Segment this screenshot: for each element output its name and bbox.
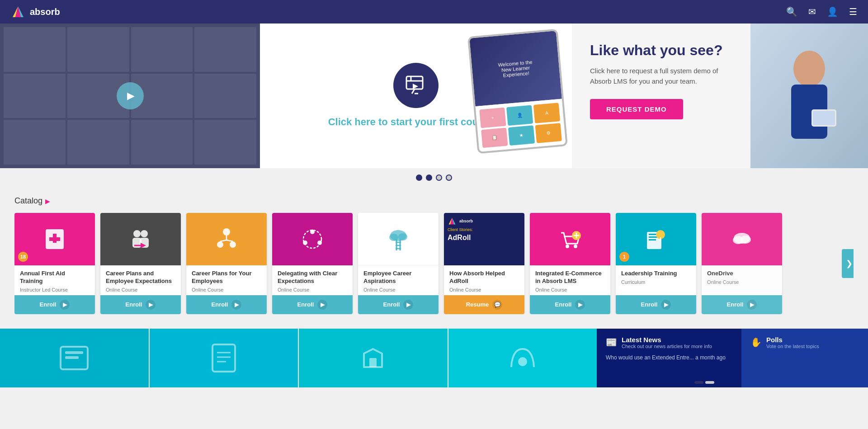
search-icon[interactable]: 🔍 xyxy=(786,6,797,17)
logo[interactable]: absorb xyxy=(11,5,60,19)
bottom-tile-2[interactable] xyxy=(149,329,298,387)
bottom-tile-4[interactable] xyxy=(448,329,597,387)
hero-panel-left[interactable] xyxy=(0,24,260,168)
resume-icon-6: 💬 xyxy=(492,300,502,310)
svg-point-24 xyxy=(217,241,223,248)
card-type-7: Online Course xyxy=(535,287,605,292)
catalog-arrow-icon[interactable]: ▶ xyxy=(45,198,50,205)
enroll-arrow-3: ▶ xyxy=(231,300,241,310)
card-body-1: Annual First Aid Training Instructor Led… xyxy=(14,265,95,295)
card-body-2: Career Plans and Employee Expectations O… xyxy=(100,265,181,295)
tablet-icon-6: ⚙ xyxy=(535,123,562,143)
request-demo-button[interactable]: REQUEST DEMO xyxy=(590,99,683,119)
card-type-2: Online Course xyxy=(106,287,175,292)
catalog-section: Catalog ▶ 18 Annual First Aid Training I… xyxy=(0,187,868,321)
course-card-5: Employee Career Aspirations Online Cours… xyxy=(358,213,439,314)
svg-rect-69 xyxy=(369,358,377,367)
bottom-tile-3[interactable] xyxy=(298,329,448,387)
news-title-text: Latest News xyxy=(622,336,712,344)
dot-1[interactable] xyxy=(416,174,422,181)
svg-point-47 xyxy=(566,245,569,248)
card-title-7: Integrated E-Commerce in Absorb LMS xyxy=(535,270,605,285)
dot-3[interactable] xyxy=(436,174,442,181)
catalog-title-text: Catalog xyxy=(14,196,42,206)
scroll-dot-2[interactable] xyxy=(705,381,714,384)
absorb-mini-logo xyxy=(448,217,457,226)
card-type-5: Online Course xyxy=(363,287,433,292)
card-badge-8: 1 xyxy=(619,252,629,262)
course-card-8: 1 Leadership Training Curriculum Enroll … xyxy=(616,213,696,314)
scroll-dot-1[interactable] xyxy=(694,381,703,384)
enroll-button-5[interactable]: Enroll ▶ xyxy=(358,295,439,314)
mail-icon[interactable]: ✉ xyxy=(808,6,816,17)
news-header: 📰 Latest News Check out our news article… xyxy=(606,336,732,349)
enroll-button-9[interactable]: Enroll ▶ xyxy=(702,295,782,314)
svg-point-10 xyxy=(793,51,825,87)
card-badge-1: 18 xyxy=(18,252,28,262)
card-title-1: Annual First Aid Training xyxy=(20,270,90,285)
enroll-button-3[interactable]: Enroll ▶ xyxy=(186,295,267,314)
catalog-title: Catalog ▶ xyxy=(14,196,854,206)
news-tile[interactable]: 📰 Latest News Check out our news article… xyxy=(597,329,741,387)
card-title-2: Career Plans and Employee Expectations xyxy=(106,270,175,285)
card-footer-2: Enroll ▶ xyxy=(100,295,181,314)
polls-icon: ✋ xyxy=(750,337,762,348)
card-type-3: Online Course xyxy=(192,287,261,292)
tablet-icon-2: 👤 xyxy=(506,105,533,126)
resume-button-6[interactable]: Resume 💬 xyxy=(444,295,524,314)
bottom-icon-1 xyxy=(56,340,92,376)
hero-panel-center[interactable]: Click here to start your first course ▶ … xyxy=(260,24,572,168)
card-type-6: Online Course xyxy=(449,287,519,292)
client-stories-label: Client Stories: xyxy=(448,227,473,232)
tablet-image: Welcome to theNew LearnerExperience! + 👤… xyxy=(467,29,568,154)
enroll-button-7[interactable]: Enroll ▶ xyxy=(530,295,610,314)
card-body-7: Integrated E-Commerce in Absorb LMS Onli… xyxy=(530,265,610,295)
svg-rect-13 xyxy=(813,111,835,125)
card-title-8: Leadership Training xyxy=(621,270,691,278)
enroll-arrow-2: ▶ xyxy=(146,300,156,310)
svg-rect-55 xyxy=(649,239,656,240)
ecommerce-icon xyxy=(557,226,584,253)
bottom-tile-1[interactable] xyxy=(0,329,149,387)
enroll-button-4[interactable]: Enroll ▶ xyxy=(272,295,353,314)
card-thumbnail-7 xyxy=(530,213,610,265)
card-footer-3: Enroll ▶ xyxy=(186,295,267,314)
course-cards-row: 18 Annual First Aid Training Instructor … xyxy=(14,213,854,314)
polls-title-text: Polls xyxy=(766,336,819,344)
menu-icon[interactable]: ☰ xyxy=(849,6,857,17)
card-thumbnail-6: absorb Client Stories: AdRoll xyxy=(444,213,524,265)
svg-line-27 xyxy=(220,240,226,241)
bottom-row: 📰 Latest News Check out our news article… xyxy=(0,329,868,387)
polls-tile[interactable]: ✋ Polls Vote on the latest topics xyxy=(741,329,868,387)
svg-point-70 xyxy=(518,357,527,366)
enroll-button-2[interactable]: Enroll ▶ xyxy=(100,295,181,314)
card-thumbnail-2 xyxy=(100,213,181,265)
dot-4[interactable] xyxy=(446,174,452,181)
dot-2[interactable] xyxy=(426,174,432,181)
enroll-button-1[interactable]: Enroll ▶ xyxy=(14,295,95,314)
news-item-text: Who would use an Extended Entre... a mon… xyxy=(606,354,732,361)
course-card-1: 18 Annual First Aid Training Instructor … xyxy=(14,213,95,314)
polls-title-block: Polls Vote on the latest topics xyxy=(766,336,819,349)
hero-panel-right: Like what you see? Click here to request… xyxy=(572,24,868,168)
svg-rect-63 xyxy=(65,351,83,354)
bottom-icon-4 xyxy=(505,340,541,376)
svg-point-17 xyxy=(133,230,141,237)
bottom-icon-3 xyxy=(355,340,391,376)
person-silhouette xyxy=(764,42,854,168)
enroll-arrow-5: ▶ xyxy=(403,300,413,310)
card-body-4: Delegating with Clear Expectations Onlin… xyxy=(272,265,353,295)
svg-point-48 xyxy=(574,245,577,248)
card-thumbnail-9 xyxy=(702,213,782,265)
demo-title: Like what you see? xyxy=(590,42,735,59)
play-button[interactable] xyxy=(117,82,144,109)
tablet-screen: Welcome to theNew LearnerExperience! xyxy=(469,31,561,106)
tablet-icon-1: + xyxy=(479,108,506,128)
enroll-button-8[interactable]: Enroll ▶ xyxy=(616,295,696,314)
card-footer-4: Enroll ▶ xyxy=(272,295,353,314)
course-icon-svg xyxy=(404,73,429,98)
svg-point-58 xyxy=(660,239,661,241)
carousel-next-button[interactable]: ❯ xyxy=(842,249,854,278)
card-type-4: Online Course xyxy=(278,287,347,292)
user-icon[interactable]: 👤 xyxy=(827,6,838,17)
